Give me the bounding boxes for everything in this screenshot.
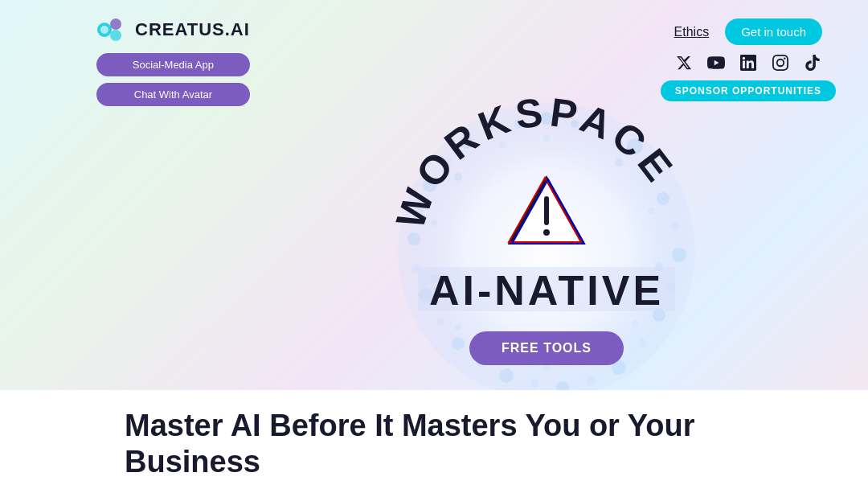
social-media-app-button[interactable]: Social-Media App (96, 53, 250, 76)
svg-point-1 (110, 18, 121, 30)
instagram-icon[interactable] (771, 53, 790, 72)
circle-container: WORKSPACE AI-NATIVE FREE TOOLS (378, 82, 715, 420)
svg-point-35 (648, 208, 654, 214)
tiktok-icon[interactable] (803, 53, 822, 72)
svg-point-39 (543, 364, 550, 371)
svg-point-23 (452, 337, 465, 350)
hero-section: WORKSPACE AI-NATIVE FREE TOOLS (225, 82, 868, 420)
master-ai-title: Master AI Before It Masters You or Your … (125, 408, 836, 481)
svg-point-41 (455, 324, 461, 331)
svg-point-16 (639, 339, 647, 347)
svg-point-37 (632, 320, 638, 327)
youtube-icon[interactable] (706, 53, 726, 72)
svg-point-13 (672, 248, 686, 262)
ethics-link[interactable]: Ethics (674, 25, 710, 39)
logo-icon (96, 14, 127, 45)
linkedin-icon[interactable] (739, 53, 758, 72)
social-icons-row (674, 53, 822, 72)
svg-point-27 (407, 232, 420, 245)
logo-text: CREATUS.AI (135, 19, 250, 40)
svg-point-2 (110, 30, 121, 41)
svg-point-18 (586, 376, 596, 386)
warning-icon (506, 175, 587, 250)
svg-point-3 (100, 26, 108, 34)
x-twitter-icon[interactable] (674, 53, 694, 72)
svg-point-33 (543, 135, 550, 142)
svg-text:AI-NATIVE: AI-NATIVE (429, 267, 664, 314)
bottom-text-section: Master AI Before It Masters You or Your … (0, 390, 868, 489)
svg-point-12 (671, 223, 679, 231)
top-nav-links: Ethics Get in touch (674, 18, 822, 45)
svg-point-20 (530, 380, 538, 388)
free-tools-button[interactable]: FREE TOOLS (469, 331, 624, 365)
ai-native-text: AI-NATIVE (418, 263, 675, 318)
get-in-touch-button[interactable]: Get in touch (725, 18, 822, 45)
svg-point-24 (436, 318, 444, 326)
svg-point-21 (499, 368, 514, 383)
logo-row: CREATUS.AI (96, 14, 250, 45)
svg-point-11 (657, 192, 669, 205)
hero-circle-bg: WORKSPACE (378, 82, 715, 420)
svg-point-48 (543, 229, 550, 236)
